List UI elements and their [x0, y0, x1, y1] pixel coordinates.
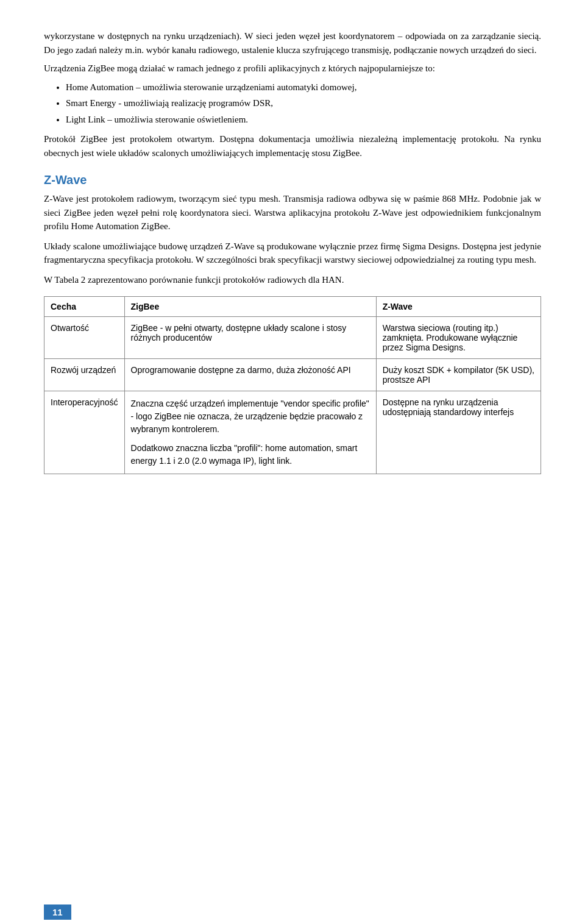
- col-header-zigbee: ZigBee: [124, 297, 376, 317]
- cell-zigbee: Oprogramowanie dostępne za darmo, duża z…: [124, 359, 376, 391]
- paragraph-1: wykorzystane w dostępnych na rynku urząd…: [44, 29, 541, 57]
- page-number: 11: [44, 904, 71, 920]
- col-header-cecha: Cecha: [44, 297, 125, 317]
- bullet-list: Home Automation – umożliwia sterowanie u…: [66, 80, 541, 127]
- cell-zigbee: Znaczna część urządzeń implementuje "ven…: [124, 391, 376, 474]
- cell-zwave: Duży koszt SDK + kompilator (5K USD), pr…: [376, 359, 541, 391]
- col-header-zwave: Z-Wave: [376, 297, 541, 317]
- paragraph-2: Urządzenia ZigBee mogą działać w ramach …: [44, 62, 541, 76]
- table-row: Rozwój urządzeńOprogramowanie dostępne z…: [44, 359, 541, 391]
- table-header-row: Cecha ZigBee Z-Wave: [44, 297, 541, 317]
- cell-cecha: Rozwój urządzeń: [44, 359, 125, 391]
- cell-cecha: Interoperacyjność: [44, 391, 125, 474]
- page: wykorzystane w dostępnych na rynku urząd…: [0, 0, 585, 924]
- comparison-table: Cecha ZigBee Z-Wave OtwartośćZigBee - w …: [44, 296, 541, 474]
- paragraph-4: Z-Wave jest protokołem radiowym, tworząc…: [44, 192, 541, 233]
- page-number-bar: 11: [0, 900, 585, 924]
- list-item-2: Smart Energy - umożliwiają realizację pr…: [66, 96, 541, 110]
- paragraph-5: Układy scalone umożliwiające budowę urzą…: [44, 240, 541, 267]
- paragraph-6: W Tabela 2 zaprezentowano porównanie fun…: [44, 273, 541, 287]
- table-row: InteroperacyjnośćZnaczna część urządzeń …: [44, 391, 541, 474]
- zwave-heading: Z-Wave: [44, 173, 541, 187]
- cell-cecha: Otwartość: [44, 317, 125, 359]
- cell-zwave: Dostępne na rynku urządzenia udostępniaj…: [376, 391, 541, 474]
- comparison-table-wrapper: Cecha ZigBee Z-Wave OtwartośćZigBee - w …: [44, 296, 541, 474]
- list-item-1: Home Automation – umożliwia sterowanie u…: [66, 80, 541, 94]
- paragraph-3: Protokół ZigBee jest protokołem otwartym…: [44, 132, 541, 160]
- cell-zwave: Warstwa sieciowa (routing itp.) zamknięt…: [376, 317, 541, 359]
- table-row: OtwartośćZigBee - w pełni otwarty, dostę…: [44, 317, 541, 359]
- list-item-3: Light Link – umożliwia sterowanie oświet…: [66, 113, 541, 127]
- cell-zigbee: ZigBee - w pełni otwarty, dostępne układ…: [124, 317, 376, 359]
